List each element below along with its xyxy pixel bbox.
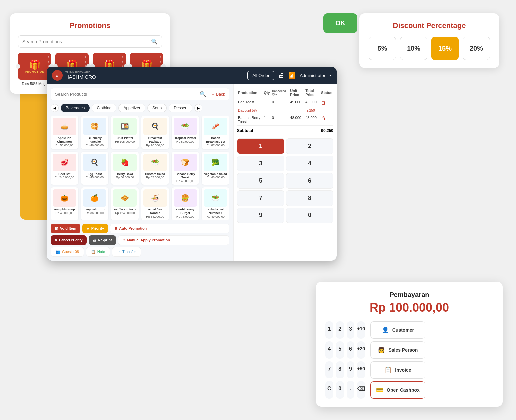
pay-btn-1[interactable]: 1 [325, 321, 333, 339]
promo-item-1[interactable]: 🎁 PROMOTION Dics 50% Mega [18, 53, 51, 86]
void-item-button[interactable]: 🗑 Void Item [51, 224, 80, 233]
category-prev-arrow[interactable]: ◀ [51, 104, 59, 112]
product-card-2[interactable]: 🍱 Fruit Platter Rp 105.000,00 [111, 116, 139, 149]
discount-card: Discount Percentage 5% 10% 15% 20% [359, 13, 499, 68]
product-card-12[interactable]: 🎃 Pumpkin Soup Rp 40.000,00 [51, 187, 78, 220]
cancel-priority-button[interactable]: ✕ Cancel Priority [51, 235, 87, 245]
discount-20-button[interactable]: 20% [463, 37, 490, 60]
transfer-button[interactable]: ↔ Transfer [112, 247, 141, 257]
product-card-10[interactable]: 🍞 Banana Berry Toast Rp 48.000,00 [172, 152, 199, 185]
auto-promotion-button[interactable]: ⊕ Auto Promotion [110, 224, 229, 233]
discount-10-button[interactable]: 10% [400, 37, 427, 60]
pay-btn-2[interactable]: 2 [336, 321, 344, 339]
product-card-4[interactable]: 🥗 Tropical Platter Rp 82.000,00 [172, 116, 199, 149]
pay-btn-plus50[interactable]: +50 [357, 361, 365, 379]
product-card-13[interactable]: 🍊 Tropical Citrus Rp 36.000,00 [81, 187, 109, 220]
sales-person-icon: 👩 [378, 346, 385, 354]
guest-icon: 👥 [56, 250, 60, 254]
pos-numpad-5[interactable]: 5 [237, 173, 284, 189]
auto-promo-icon: ⊕ [114, 226, 117, 231]
product-card-6[interactable]: 🥩 Beef Set Rp 245.000,00 [51, 152, 78, 185]
promo-inner-label-1: PROMOTION [25, 70, 44, 73]
gift-icon-1: 🎁 [29, 59, 41, 70]
pos-numpad-9[interactable]: 9 [237, 208, 284, 223]
promo-name-1: Dics 50% Mega [22, 82, 47, 86]
pos-numpad-0[interactable]: 0 [286, 208, 333, 223]
pay-btn-backspace[interactable]: ⌫ [357, 381, 365, 399]
pay-btn-dot[interactable]: . [347, 381, 355, 399]
discount-15-button[interactable]: 15% [431, 37, 459, 60]
sales-person-button[interactable]: 👩 Sales Person [370, 341, 425, 359]
guest-button[interactable]: 👥 Guest : 08 [51, 247, 84, 257]
action-row-3: 👥 Guest : 08 📋 Note ↔ Transfer [51, 247, 229, 257]
category-tab-clothing[interactable]: Clothing [92, 104, 116, 112]
promotions-search-input[interactable] [22, 39, 151, 44]
admin-dropdown[interactable]: Administrator [300, 73, 325, 78]
product-search-icon: 🔍 [200, 91, 206, 97]
col-status: Status [320, 87, 333, 98]
open-cashbox-button[interactable]: 💳 Open Cashbox [370, 381, 425, 399]
pay-btn-plus20[interactable]: +20 [357, 341, 365, 359]
product-card-5[interactable]: 🥓 Bacon Breakfast Set Rp 87.000,00 [202, 116, 229, 149]
product-card-17[interactable]: 🥗 Salad Bowl Number 1 Rp 49.000,00 [202, 187, 229, 220]
pay-btn-c[interactable]: C [325, 381, 333, 399]
pay-btn-9[interactable]: 9 [347, 361, 355, 379]
promotions-search-icon: 🔍 [151, 38, 158, 45]
pos-numpad-6[interactable]: 6 [286, 173, 333, 189]
pos-numpad-2[interactable]: 2 [286, 138, 333, 154]
admin-chevron-icon: ▾ [329, 73, 331, 78]
reprint-button[interactable]: 🖨 Re-print [89, 235, 116, 245]
pos-header-right: All Order 🖨 📶 Administrator ▾ [247, 71, 331, 80]
pay-btn-5[interactable]: 5 [336, 341, 344, 359]
col-qty: Qty [263, 87, 271, 98]
category-next-arrow[interactable]: ▶ [194, 104, 202, 112]
category-tab-beverages[interactable]: Beverages [61, 104, 90, 112]
product-card-3[interactable]: 🍳 Breakfast Package Rp 70.000,00 [141, 116, 169, 149]
product-card-14[interactable]: 🧇 Waffle Set for 2 Rp 124.000,00 [111, 187, 139, 220]
printer-icon[interactable]: 🖨 [278, 72, 284, 79]
category-tab-dessert[interactable]: Dessert [169, 104, 192, 112]
pay-btn-3[interactable]: 3 [347, 321, 355, 339]
customer-button[interactable]: 👤 Customer [370, 321, 425, 339]
pay-btn-7[interactable]: 7 [325, 361, 333, 379]
product-card-1[interactable]: 🥞 Blueberry Pancake Rp 46.000,00 [81, 116, 109, 149]
pos-numpad-7[interactable]: 7 [237, 190, 284, 206]
manual-promo-icon: ⊕ [122, 238, 125, 242]
product-card-15[interactable]: 🍜 Breakfast Noodle Rp 54.000,00 [141, 187, 169, 220]
pos-left-panel: 🔍 ← Back ◀ Beverages Clothing Appetizer … [47, 84, 233, 261]
pos-numpad-4[interactable]: 4 [286, 156, 333, 171]
note-button[interactable]: 📋 Note [86, 247, 110, 257]
promotions-title: Promotions [18, 21, 162, 30]
back-link[interactable]: ← Back [211, 92, 225, 97]
product-search-input[interactable] [55, 92, 200, 97]
pay-btn-plus10[interactable]: +10 [357, 321, 365, 339]
category-tab-appetizer[interactable]: Appetizer [118, 104, 145, 112]
product-card-9[interactable]: 🥗 Custom Salad Rp 57.000,00 [141, 152, 169, 185]
pos-numpad-3[interactable]: 3 [237, 156, 284, 171]
row1-qty: 1 [263, 98, 271, 107]
row3-delete-icon[interactable]: 🗑 [321, 116, 326, 121]
pay-btn-0[interactable]: 0 [336, 381, 344, 399]
product-card-7[interactable]: 🍳 Egg Toast Rp 45.000,00 [81, 152, 109, 185]
product-card-16[interactable]: 🍔 Double Patty Burger Rp 75.000,00 [172, 187, 199, 220]
product-card-11[interactable]: 🥦 Vegetable Salad Rp 48.000,00 [202, 152, 229, 185]
pay-btn-8[interactable]: 8 [336, 361, 344, 379]
pay-btn-6[interactable]: 6 [347, 341, 355, 359]
discount-label: Discount 5% [237, 107, 304, 114]
action-row-2: ✕ Cancel Priority 🖨 Re-print ⊕ Manual Ap… [51, 235, 229, 245]
pos-numpad-1[interactable]: 1 [237, 138, 284, 154]
cashbox-icon: 💳 [376, 386, 383, 394]
row1-delete-icon[interactable]: 🗑 [321, 100, 326, 105]
pay-btn-4[interactable]: 4 [325, 341, 333, 359]
discount-ok-button[interactable]: OK [323, 13, 357, 33]
all-order-button[interactable]: All Order [247, 71, 274, 80]
product-card-8[interactable]: 🍓 Berry Bowl Rp 60.000,00 [111, 152, 139, 185]
manual-apply-promotion-button[interactable]: ⊕ Manual Apply Promotion [118, 235, 229, 245]
row1-cancelled: 0 [271, 98, 289, 107]
invoice-button[interactable]: 📋 Invoice [370, 361, 425, 379]
discount-5-button[interactable]: 5% [369, 37, 396, 60]
priority-button[interactable]: ★ Priority [82, 224, 108, 233]
pos-numpad-8[interactable]: 8 [286, 190, 333, 206]
category-tab-soup[interactable]: Soup [147, 104, 167, 112]
product-card-0[interactable]: 🥧 Apple Pie Cinnamon Rp 55.000,00 [51, 116, 78, 149]
